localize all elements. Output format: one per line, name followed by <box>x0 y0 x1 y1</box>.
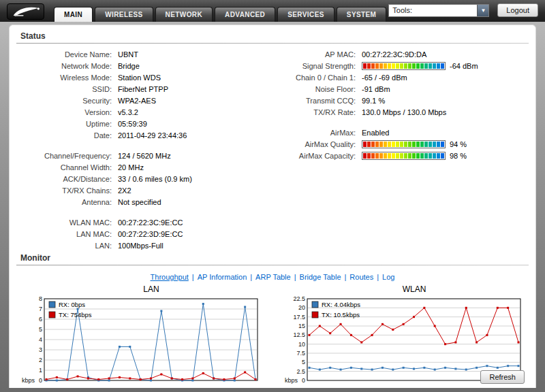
svg-text:17.5: 17.5 <box>293 314 305 321</box>
status-row: TX/RX Chains:2X2 <box>15 184 274 196</box>
status-label: AirMax: <box>274 129 356 137</box>
monitor-link-arp-table[interactable]: ARP Table <box>255 273 291 281</box>
status-label: Signal Strength: <box>274 62 356 70</box>
status-value: Not specified <box>118 198 161 206</box>
svg-text:kbps: kbps <box>285 377 298 384</box>
svg-text:7.5: 7.5 <box>296 350 305 357</box>
status-value: 05:59:39 <box>118 120 147 128</box>
charts-area: LAN 012345678kbpsRX: 0bpsTX: 754bps WLAN… <box>10 283 535 388</box>
svg-text:15: 15 <box>298 323 305 329</box>
svg-text:0: 0 <box>39 377 42 384</box>
svg-text:RX: 4.04kbps: RX: 4.04kbps <box>322 301 360 308</box>
monitor-link-ap-information[interactable]: AP Information <box>198 273 247 281</box>
status-row: Device Name:UBNT <box>15 48 274 60</box>
monitor-link-log[interactable]: Log <box>382 273 394 281</box>
monitor-section-title: Monitor <box>10 251 535 265</box>
airmax-quality-bar <box>362 140 446 148</box>
status-row: Date:2011-04-29 23:44:36 <box>15 129 274 141</box>
status-row: LAN:100Mbps-Full <box>15 240 274 251</box>
status-value: FiberNet PTPP <box>118 85 168 93</box>
svg-text:12.5: 12.5 <box>293 331 305 338</box>
status-group: Channel/Frequency:124 / 5620 MHzChannel … <box>15 150 274 208</box>
status-label: Channel Width: <box>15 163 112 172</box>
status-row: Transmit CCQ:99.1 % <box>274 95 527 106</box>
status-label: Uptime: <box>15 120 112 128</box>
status-row: SSID:FiberNet PTPP <box>15 83 274 95</box>
refresh-button[interactable]: Refresh <box>480 370 525 384</box>
logout-button[interactable]: Logout <box>497 3 538 17</box>
status-value: UBNT <box>118 50 138 59</box>
status-row: Version:v5.3.2 <box>15 106 274 118</box>
status-section-title: Status <box>10 29 535 43</box>
status-label: Date: <box>15 131 112 140</box>
status-group: Device Name:UBNTNetwork Mode:BridgeWirel… <box>15 48 274 141</box>
status-label: Antenna: <box>15 198 112 206</box>
status-label: Device Name: <box>15 50 112 59</box>
status-label: AirMax Capacity: <box>274 152 356 160</box>
link-separator: | <box>377 273 379 281</box>
status-value: 100Mbps-Full <box>118 242 164 250</box>
status-group: AP MAC:00:27:22:3C:9D:DASignal Strength:… <box>274 48 527 118</box>
lan-chart-title: LAN <box>21 284 261 295</box>
top-navigation-bar: MAINWIRELESSNETWORKADVANCEDSERVICESSYSTE… <box>0 0 545 22</box>
status-group: WLAN MAC:00:27:22:3C:9E:CCLAN MAC:00:27:… <box>15 216 274 251</box>
status-label: Transmit CCQ: <box>274 97 356 105</box>
status-label: Channel/Frequency: <box>15 152 112 160</box>
tools-dropdown-value: Tools: <box>389 6 477 14</box>
status-label: Security: <box>15 97 112 105</box>
status-row: Network Mode:Bridge <box>15 60 274 71</box>
svg-text:2.5: 2.5 <box>296 368 305 375</box>
status-value: -64 dBm <box>362 62 478 70</box>
lan-chart-block: LAN 012345678kbpsRX: 0bpsTX: 754bps <box>21 284 261 388</box>
wlan-chart-title: WLAN <box>284 284 524 295</box>
status-row: AirMax Quality:94 % <box>274 138 527 150</box>
status-value: WPA2-AES <box>118 97 156 105</box>
status-row: Channel Width:20 MHz <box>15 161 274 173</box>
svg-text:20: 20 <box>298 304 305 311</box>
tab-wireless[interactable]: WIRELESS <box>95 7 153 22</box>
tab-services[interactable]: SERVICES <box>277 7 334 22</box>
status-label: Network Mode: <box>15 62 112 70</box>
status-row: Signal Strength:-64 dBm <box>274 60 527 71</box>
status-label: ACK/Distance: <box>15 175 112 183</box>
status-right-column: AP MAC:00:27:22:3C:9D:DASignal Strength:… <box>274 48 527 251</box>
svg-text:TX: 754bps: TX: 754bps <box>59 311 92 318</box>
svg-text:6: 6 <box>39 316 42 323</box>
status-row: Channel/Frequency:124 / 5620 MHz <box>15 150 274 161</box>
content-panel: Status Device Name:UBNTNetwork Mode:Brid… <box>9 24 536 388</box>
svg-text:3: 3 <box>39 346 42 353</box>
link-separator: | <box>192 273 194 281</box>
tab-network[interactable]: NETWORK <box>155 7 213 22</box>
status-label: SSID: <box>15 85 112 93</box>
tools-dropdown[interactable]: Tools: ▼ <box>388 4 489 17</box>
monitor-link-bridge-table[interactable]: Bridge Table <box>300 273 341 281</box>
status-label: AirMax Quality: <box>274 140 356 148</box>
lan-chart: 012345678kbpsRX: 0bpsTX: 754bps <box>21 295 261 388</box>
svg-text:kbps: kbps <box>22 377 35 384</box>
status-row: ACK/Distance:33 / 0.6 miles (0.9 km) <box>15 173 274 184</box>
tab-advanced[interactable]: ADVANCED <box>215 7 275 22</box>
svg-text:RX: 0bps: RX: 0bps <box>59 301 85 308</box>
status-value: -65 / -69 dBm <box>362 74 407 82</box>
svg-text:8: 8 <box>39 295 42 302</box>
status-value: -91 dBm <box>362 85 390 93</box>
chevron-down-icon[interactable]: ▼ <box>477 5 488 16</box>
status-label: LAN: <box>15 242 112 250</box>
antenna-icon <box>10 5 42 18</box>
status-label: TX/RX Chains: <box>15 186 112 195</box>
status-value: Enabled <box>362 129 389 137</box>
svg-text:2: 2 <box>39 357 42 363</box>
tab-system[interactable]: SYSTEM <box>337 7 387 22</box>
monitor-link-throughput[interactable]: Throughput <box>151 273 189 281</box>
status-label: Wireless Mode: <box>15 74 112 82</box>
svg-text:1: 1 <box>39 367 42 374</box>
status-group: AirMax:EnabledAirMax Quality:94 %AirMax … <box>274 127 527 161</box>
status-value: 00:27:22:3C:9D:DA <box>362 50 426 59</box>
tab-main[interactable]: MAIN <box>54 7 93 22</box>
status-value: 124 / 5620 MHz <box>118 152 171 160</box>
monitor-link-routes[interactable]: Routes <box>349 273 373 281</box>
link-separator: | <box>294 273 296 281</box>
svg-text:5: 5 <box>302 359 305 365</box>
status-value: Station WDS <box>118 74 161 82</box>
status-row: AirMax Capacity:98 % <box>274 150 527 161</box>
